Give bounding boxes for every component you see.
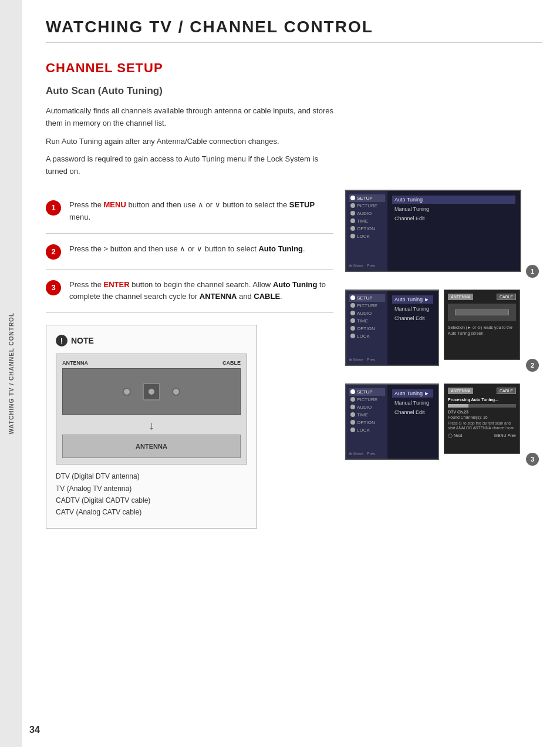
step-3-text: Press the ENTER button to begin the chan… [69, 279, 333, 304]
subsection-title: Auto Scan (Auto Tuning) [46, 85, 542, 97]
time-icon-2 [350, 318, 355, 323]
note-box: ! NOTE ANTENNA CABLE [46, 325, 257, 529]
screen-1-channeledit: Channel Edit [392, 214, 515, 223]
ext-preview-2 [448, 304, 516, 321]
note-items-list: DTV (Digital DTV antenna) TV (Analog TV … [56, 470, 247, 519]
note-icon: ! [56, 335, 68, 346]
antenna-badge-3: ANTENNA [448, 388, 473, 394]
lock-icon-2 [350, 334, 355, 338]
cable-label: CABLE [222, 360, 241, 366]
found-channels: Found Channel(s): 16 [448, 415, 516, 419]
screen-2: SETUP PICTURE AUDIO [345, 290, 439, 366]
step-3-circle: 3 [46, 280, 61, 295]
screen-2-time: TIME [349, 317, 385, 325]
screen-1-manualtuning: Manual Tuning [392, 205, 515, 213]
screen-2-ext-header: ANTENNA CABLE [448, 294, 516, 300]
setup-icon-3 [350, 389, 355, 394]
option-icon-2 [350, 326, 355, 331]
screen-1-wrapper: SETUP PICTURE AUDIO TIME [345, 190, 533, 272]
screen-1-setup: SETUP [349, 194, 385, 202]
sidebar-label: WATCHING TV / CHANNEL CONTROL [8, 312, 15, 435]
screen-3-setup: SETUP [349, 388, 385, 396]
screen-2-sidebar: SETUP PICTURE AUDIO [346, 291, 387, 365]
lock-icon-3 [350, 428, 355, 432]
stop-text: Press ⊙ to stop the current scan and sta… [448, 421, 516, 431]
screen-3-footer: ⊕ Move Prev [349, 452, 375, 456]
arrow-down-icon: ↓ [62, 419, 241, 432]
sidebar-panel: WATCHING TV / CHANNEL CONTROL [0, 0, 22, 747]
screen-3-option: OPTION [349, 419, 385, 426]
screen-3-sidebar: SETUP PICTURE AUDIO [346, 385, 387, 459]
picture-icon-3 [350, 397, 355, 402]
screen-1-badge: 1 [526, 265, 539, 278]
step-2: 2 Press the > button and then use ∧ or ∨… [46, 234, 333, 270]
processing-text: Processing Auto Tuning... [448, 398, 516, 402]
screen-1: SETUP PICTURE AUDIO TIME [345, 190, 521, 272]
page-title: WATCHING TV / CHANNEL CONTROL [46, 18, 542, 43]
antenna-badge-2: ANTENNA [448, 294, 473, 300]
note-item-1: DTV (Digital DTV antenna) [56, 470, 247, 482]
screen-3-ext-header: ANTENNA CABLE [448, 388, 516, 394]
picture-icon-2 [350, 303, 355, 308]
screen-3-layout: SETUP PICTURE AUDIO [345, 383, 533, 460]
page-number: 34 [29, 725, 40, 735]
screen-2-manualtuning: Manual Tuning [392, 305, 433, 313]
step-3: 3 Press the ENTER button to begin the ch… [46, 270, 333, 314]
screen-1-picture: PICTURE [349, 202, 385, 210]
step-3-enter-key: ENTER [104, 280, 130, 289]
antenna-label: ANTENNA [62, 360, 88, 366]
bottom-nav-3: ◯ Next MENU Prev [448, 433, 516, 438]
screen-1-footer: ⊕ Move Prev [349, 264, 375, 268]
step-1-setup-key: SETUP [289, 200, 315, 209]
screen-1-time: TIME [349, 217, 385, 225]
screen-2-setup: SETUP [349, 294, 385, 302]
progress-bar-fill [448, 404, 468, 408]
screen-2-autotuning: Auto Tuning ► [392, 295, 433, 304]
screen-1-option: OPTION [349, 225, 385, 233]
step-3-autotuning: Auto Tuning [273, 280, 318, 289]
cable-badge-3: CABLE [497, 388, 516, 394]
screen-3-extension: ANTENNA CABLE Processing Auto Tuning... … [444, 383, 520, 454]
audio-icon [350, 211, 355, 216]
screen-3-wrapper: SETUP PICTURE AUDIO [345, 383, 533, 460]
time-icon-3 [350, 412, 355, 417]
cable-badge-2: CABLE [497, 294, 516, 300]
screen-3-audio: AUDIO [349, 403, 385, 411]
screen-3: SETUP PICTURE AUDIO [345, 383, 439, 460]
note-item-3: CADTV (Digital CADTV cable) [56, 494, 247, 506]
screen-3-autotuning: Auto Tuning ► [392, 389, 433, 398]
screen-1-lock: LOCK [349, 233, 385, 240]
progress-bar [448, 404, 516, 408]
main-content: WATCHING TV / CHANNEL CONTROL CHANNEL SE… [22, 0, 560, 546]
screen-2-option: OPTION [349, 325, 385, 332]
setup-icon-2 [350, 295, 355, 300]
screen-2-footer: ⊕ Move Prev [349, 358, 375, 362]
picture-icon [350, 203, 355, 208]
intro-para1: Automatically finds all channels availab… [46, 105, 339, 130]
note-label: NOTE [71, 336, 94, 345]
step-2-autotuning-key: Auto Tuning [258, 244, 303, 253]
next-btn: ◯ Next [448, 433, 462, 438]
step-3-cable: CABLE [254, 292, 280, 301]
screen-3-badge: 3 [526, 453, 539, 466]
ext-desc-2: Selection (► or ⊙) leads you to the Auto… [448, 325, 516, 337]
step-2-circle: 2 [46, 244, 61, 260]
note-title: ! NOTE [56, 335, 247, 346]
screen-3-channeledit: Channel Edit [392, 408, 433, 416]
screen-1-sidebar: SETUP PICTURE AUDIO TIME [346, 191, 387, 271]
option-icon-3 [350, 420, 355, 425]
screen-2-audio: AUDIO [349, 309, 385, 317]
screen-1-audio: AUDIO [349, 210, 385, 217]
screen-2-main: Auto Tuning ► Manual Tuning Channel Edit [387, 291, 438, 365]
section-title: CHANNEL SETUP [46, 60, 542, 76]
left-column: 1 Press the MENU button and then use ∧ o… [46, 190, 333, 529]
step-2-text: Press the > button and then use ∧ or ∨ b… [69, 243, 333, 255]
screen-3-picture: PICTURE [349, 396, 385, 403]
intro-para3: A password is required to gain access to… [46, 153, 339, 178]
screen-3-manualtuning: Manual Tuning [392, 399, 433, 407]
screen-1-main: Auto Tuning Manual Tuning Channel Edit [387, 191, 520, 271]
screen-3-time: TIME [349, 411, 385, 419]
screen-2-layout: SETUP PICTURE AUDIO [345, 290, 533, 366]
screen-3-main: Auto Tuning ► Manual Tuning Channel Edit [387, 385, 438, 459]
lock-icon [350, 234, 355, 238]
